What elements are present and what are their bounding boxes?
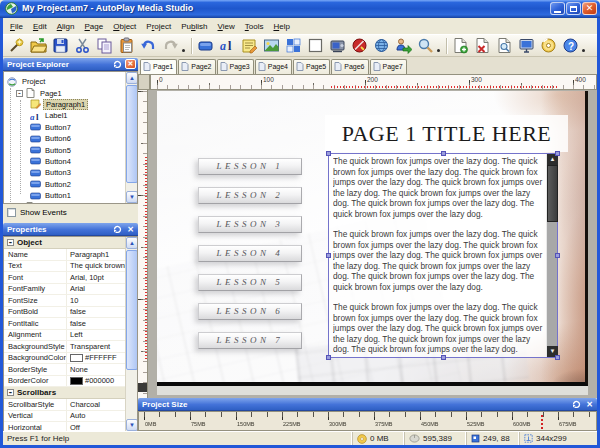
show-events-checkbox[interactable] [7,208,16,217]
lesson4-button[interactable]: LESSON 4 [198,245,302,262]
menu-edit[interactable]: Edit [28,20,52,33]
tab-page6[interactable]: Page6 [331,59,368,74]
tree-item-button5[interactable]: Button5 [4,144,137,155]
menu-object[interactable]: Object [108,20,141,33]
cut-button[interactable] [72,36,92,56]
zoom-dropdown-dot[interactable] [437,49,440,52]
color-swatch-black[interactable] [70,377,83,385]
scroll-down-arrow[interactable]: ▼ [126,419,138,431]
prop-row-backgroundcolor[interactable]: BackgroundColor#FFFFFF [4,353,137,365]
prop-row-fontbold[interactable]: FontBoldfalse [4,307,137,319]
prop-row-vertical[interactable]: VerticalAuto [4,411,137,423]
new-project-button[interactable] [6,36,26,56]
help-button[interactable]: ? [560,36,580,56]
color-swatch-white[interactable] [70,354,83,362]
video-object-button[interactable] [327,36,347,56]
remove-page-button[interactable] [472,36,492,56]
tab-page4[interactable]: Page4 [255,59,292,74]
project-explorer-titlebar[interactable]: Project Explorer ✕ [3,58,138,71]
resize-handle-e[interactable] [555,253,560,258]
rectangle-object-button[interactable] [305,36,325,56]
tree-item-paragraph1[interactable]: Paragraph1 [4,99,137,110]
tree-item-page2[interactable]: +Page2 [4,201,137,204]
minimize-button[interactable] [550,2,565,15]
preview-page-button[interactable] [494,36,514,56]
section-scrollbars[interactable]: -Scrollbars [4,387,137,399]
resize-handle-w[interactable] [326,253,331,258]
scroll-thumb[interactable] [126,85,138,183]
scroll-thumb[interactable] [126,250,138,370]
prop-row-fontitalic[interactable]: FontItalicfalse [4,318,137,330]
hotspot-object-button[interactable] [349,36,369,56]
prop-row-alignment[interactable]: AlignmentLeft [4,330,137,342]
close-panel-icon[interactable]: ✕ [125,224,136,234]
menu-tools[interactable]: Tools [240,20,269,33]
redo-button[interactable] [160,36,180,56]
close-button[interactable]: ✕ [582,2,597,15]
close-panel-icon[interactable]: ✕ [125,59,136,69]
menu-publish[interactable]: Publish [176,20,212,33]
tree-item-label1[interactable]: alLabel1 [4,110,137,121]
prop-row-font[interactable]: FontArial, 10pt [4,272,137,284]
tab-page5[interactable]: Page5 [293,59,330,74]
close-panel-icon[interactable]: ✕ [584,399,595,409]
menu-page[interactable]: Page [80,20,109,33]
prop-row-name[interactable]: NameParagraph1 [4,249,137,261]
tree-item-button1[interactable]: Button1 [4,190,137,201]
expand-icon[interactable]: + [16,203,23,204]
collapse-icon[interactable]: - [16,90,23,97]
button-object-button[interactable] [195,36,215,56]
menu-project[interactable]: Project [141,20,176,33]
scroll-up-arrow[interactable]: ▲ [126,72,138,84]
resize-handle-nw[interactable] [326,151,331,156]
prop-row-text[interactable]: TextThe quick brown [4,261,137,273]
preview-button[interactable] [516,36,536,56]
scroll-thumb[interactable] [547,165,558,222]
resize-handle-s[interactable] [441,355,446,360]
tab-page7[interactable]: Page7 [370,59,407,74]
tab-page2[interactable]: Page2 [178,59,215,74]
add-page-button[interactable] [450,36,470,56]
paragraph-object-selected[interactable]: The quick brown fox jumps over the lazy … [328,153,558,358]
lesson3-button[interactable]: LESSON 3 [198,216,302,233]
prop-row-horizontal[interactable]: HorizontalOff [4,422,137,431]
resize-handle-n[interactable] [441,151,446,156]
image-object-button[interactable] [261,36,281,56]
autohide-pin-icon[interactable] [112,59,123,69]
prop-row-borderstyle[interactable]: BorderStyleNone [4,364,137,376]
menu-align[interactable]: Align [52,20,80,33]
menu-help[interactable]: Help [268,20,294,33]
prop-row-bordercolor[interactable]: BorderColor#000000 [4,376,137,388]
page-design-surface[interactable]: PAGE 1 TITLE HERE LESSON 1 LESSON 2 LESS… [157,91,588,386]
resize-handle-sw[interactable] [326,355,331,360]
web-object-button[interactable] [371,36,391,56]
undo-button[interactable] [138,36,158,56]
title-bar[interactable]: My Project.am7 - AutoPlay Media Studio ✕ [0,0,600,18]
open-project-button[interactable] [28,36,48,56]
tree-item-button3[interactable]: Button3 [4,167,137,178]
tree-item-button6[interactable]: Button6 [4,133,137,144]
section-object[interactable]: -Object [4,237,137,249]
build-button[interactable] [538,36,558,56]
label-object-button[interactable]: al [217,36,237,56]
prop-row-fontfamily[interactable]: FontFamilyArial [4,284,137,296]
tree-item-page1[interactable]: -Page1 [4,87,137,98]
tree-scrollbar[interactable]: ▲ ▼ [125,72,137,203]
prop-row-scrollbarstyle[interactable]: ScrollbarStyleCharcoal [4,399,137,411]
lesson7-button[interactable]: LESSON 7 [198,332,302,349]
menu-view[interactable]: View [213,20,240,33]
tree-item-button2[interactable]: Button2 [4,179,137,190]
design-canvas[interactable]: PAGE 1 TITLE HERE LESSON 1 LESSON 2 LESS… [138,90,597,398]
copy-button[interactable] [94,36,114,56]
publish-wizard-button[interactable] [393,36,413,56]
scroll-up-arrow[interactable]: ▲ [126,237,138,249]
save-project-button[interactable] [50,36,70,56]
tab-page1[interactable]: Page1 [140,59,177,74]
lesson5-button[interactable]: LESSON 5 [198,274,302,291]
lesson1-button[interactable]: LESSON 1 [198,158,302,175]
help-dropdown-dot[interactable] [582,49,585,52]
scroll-down-arrow[interactable]: ▼ [126,191,138,203]
tree-item-project[interactable]: Project [4,76,137,87]
flash-object-button[interactable] [283,36,303,56]
paste-button[interactable] [116,36,136,56]
